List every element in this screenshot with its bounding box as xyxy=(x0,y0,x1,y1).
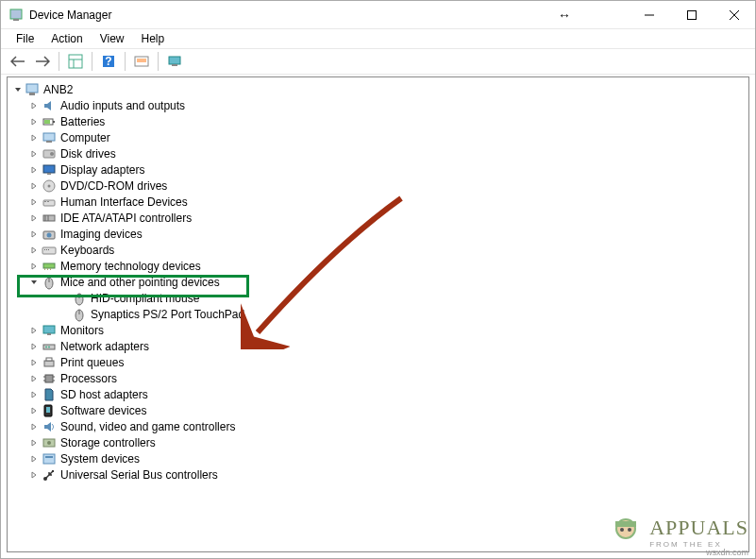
expand-icon[interactable] xyxy=(26,243,42,258)
back-button[interactable] xyxy=(7,50,29,73)
collapse-icon[interactable] xyxy=(26,275,42,290)
ide-icon xyxy=(42,211,57,226)
expand-icon[interactable] xyxy=(26,355,42,370)
collapse-icon[interactable] xyxy=(11,82,25,97)
tree-item-imaging-devices[interactable]: Imaging devices xyxy=(8,226,748,242)
expand-icon[interactable] xyxy=(26,435,42,450)
menu-file[interactable]: File xyxy=(8,30,42,47)
svg-rect-57 xyxy=(45,375,53,382)
tree-item-processors[interactable]: Processors xyxy=(8,370,748,386)
toggle-placeholder xyxy=(57,307,72,322)
maximize-button[interactable] xyxy=(670,1,713,28)
minimize-button[interactable] xyxy=(628,1,670,28)
expand-icon[interactable] xyxy=(26,403,42,418)
svg-point-27 xyxy=(48,184,51,187)
tree-item-label: SD host adapters xyxy=(60,388,148,401)
tree-item-hid-compliant-mouse[interactable]: HID-compliant mouse xyxy=(8,290,748,306)
printer-icon xyxy=(42,355,57,370)
expand-icon[interactable] xyxy=(26,371,42,386)
close-button[interactable] xyxy=(713,1,755,28)
expand-icon[interactable] xyxy=(26,146,42,161)
tree-item-display-adapters[interactable]: Display adapters xyxy=(8,161,748,178)
svg-rect-12 xyxy=(137,59,146,62)
tree-item-sound-video-and-game-controllers[interactable]: Sound, video and game controllers xyxy=(8,418,748,434)
expand-icon[interactable] xyxy=(26,98,42,113)
svg-point-54 xyxy=(48,346,50,347)
toggle-placeholder xyxy=(57,291,72,306)
tree-item-monitors[interactable]: Monitors xyxy=(8,322,748,338)
devices-button[interactable] xyxy=(163,50,186,73)
svg-rect-63 xyxy=(46,407,50,413)
tree-item-audio-inputs-and-outputs[interactable]: Audio inputs and outputs xyxy=(8,97,748,113)
forward-button[interactable] xyxy=(31,50,54,73)
tree-item-software-devices[interactable]: Software devices xyxy=(8,402,748,418)
audio-icon xyxy=(42,98,57,113)
window-buttons xyxy=(628,1,755,28)
expand-icon[interactable] xyxy=(26,114,42,129)
svg-rect-39 xyxy=(48,249,49,250)
expand-icon[interactable] xyxy=(26,211,42,226)
tree-item-ide-ata-atapi-controllers[interactable]: IDE ATA/ATAPI controllers xyxy=(8,210,748,226)
svg-rect-67 xyxy=(45,456,53,458)
expand-icon[interactable] xyxy=(26,323,42,338)
tree-item-batteries[interactable]: Batteries xyxy=(8,113,748,129)
expand-icon[interactable] xyxy=(26,339,42,354)
expand-icon[interactable] xyxy=(26,467,42,483)
device-manager-window: Device Manager ↔ File Action View Help xyxy=(0,0,756,559)
tree-item-storage-controllers[interactable]: Storage controllers xyxy=(8,434,748,450)
svg-rect-19 xyxy=(44,120,50,124)
show-hide-button[interactable] xyxy=(64,50,87,73)
tree-item-network-adapters[interactable]: Network adapters xyxy=(8,338,748,354)
tree-item-dvd-cd-rom-drives[interactable]: DVD/CD-ROM drives xyxy=(8,178,748,194)
expand-icon[interactable] xyxy=(26,259,42,274)
tree-item-mice-and-other-pointing-devices[interactable]: Mice and other pointing devices xyxy=(8,274,748,290)
menu-help[interactable]: Help xyxy=(134,30,173,47)
tree-item-computer[interactable]: Computer xyxy=(8,129,748,145)
svg-text:?: ? xyxy=(105,55,111,68)
tree-item-sd-host-adapters[interactable]: SD host adapters xyxy=(8,386,748,402)
tree-item-keyboards[interactable]: Keyboards xyxy=(8,242,748,258)
expand-icon[interactable] xyxy=(26,227,42,242)
usb-icon xyxy=(42,467,57,483)
svg-rect-3 xyxy=(687,10,696,19)
svg-rect-36 xyxy=(42,247,56,254)
tree-item-label: System devices xyxy=(60,452,140,466)
tree-item-universal-serial-bus-controllers[interactable]: Universal Serial Bus controllers xyxy=(8,466,748,483)
tree-item-label: Monitors xyxy=(60,324,104,337)
device-tree-panel[interactable]: ANB2Audio inputs and outputsBatteriesCom… xyxy=(7,76,749,552)
svg-rect-51 xyxy=(47,333,51,335)
tree-item-human-interface-devices[interactable]: Human Interface Devices xyxy=(8,194,748,210)
tree-item-label: Storage controllers xyxy=(60,436,156,449)
help-button[interactable]: ? xyxy=(97,50,120,73)
menu-action[interactable]: Action xyxy=(43,30,90,47)
svg-rect-13 xyxy=(169,57,180,64)
menu-view[interactable]: View xyxy=(92,30,132,47)
menubar: File Action View Help xyxy=(1,29,755,48)
scan-button[interactable] xyxy=(130,50,153,73)
svg-rect-25 xyxy=(47,173,51,175)
expand-icon[interactable] xyxy=(26,162,42,178)
expand-icon[interactable] xyxy=(26,451,42,466)
expand-icon[interactable] xyxy=(26,195,42,210)
expand-icon[interactable] xyxy=(26,130,42,145)
tree-item-memory-technology-devices[interactable]: Memory technology devices xyxy=(8,258,748,274)
tree-item-root[interactable]: ANB2 xyxy=(8,81,748,97)
tree-item-label: Sound, video and game controllers xyxy=(60,420,235,433)
svg-point-35 xyxy=(47,232,52,237)
tree-item-system-devices[interactable]: System devices xyxy=(8,450,748,466)
tree-item-label: Synaptics PS/2 Port TouchPad xyxy=(91,308,244,321)
expand-icon[interactable] xyxy=(26,419,42,434)
tree-item-synaptics-ps-2-port-touchpad[interactable]: Synaptics PS/2 Port TouchPad xyxy=(8,306,748,322)
tree-item-label: Imaging devices xyxy=(60,228,143,241)
expand-icon[interactable] xyxy=(26,178,42,194)
svg-rect-6 xyxy=(69,55,82,68)
tree-item-disk-drives[interactable]: Disk drives xyxy=(8,145,748,161)
imaging-icon xyxy=(42,227,57,242)
tree-item-label: IDE ATA/ATAPI controllers xyxy=(60,212,192,225)
tree-item-label: Network adapters xyxy=(60,340,149,353)
tree-item-print-queues[interactable]: Print queues xyxy=(8,354,748,370)
expand-icon[interactable] xyxy=(26,387,42,402)
tree-item-label: Audio inputs and outputs xyxy=(60,99,185,112)
tree-item-label: Computer xyxy=(60,131,110,144)
tree-item-label: Keyboards xyxy=(60,244,114,257)
